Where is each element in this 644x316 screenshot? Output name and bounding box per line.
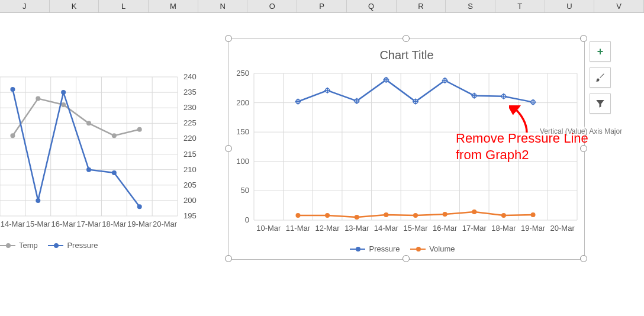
column-header-J[interactable]: J	[0, 0, 50, 13]
svg-point-36	[36, 96, 40, 101]
svg-text:17-Mar: 17-Mar	[76, 220, 101, 228]
legend-label-pressure2: Pressure	[369, 244, 400, 253]
column-header-V[interactable]: V	[594, 0, 644, 13]
svg-text:100: 100	[236, 157, 249, 166]
selection-handle-n[interactable]	[402, 35, 410, 42]
svg-text:16-Mar: 16-Mar	[433, 224, 458, 233]
svg-point-37	[61, 102, 66, 107]
svg-text:20-Mar: 20-Mar	[153, 220, 178, 228]
annotation-line1: Remove Pressure Line	[456, 130, 588, 147]
svg-text:12-Mar: 12-Mar	[315, 224, 340, 233]
svg-text:240: 240	[183, 72, 197, 81]
svg-text:16-Mar: 16-Mar	[51, 220, 76, 228]
column-header-K[interactable]: K	[50, 0, 99, 13]
selection-handle-e[interactable]	[580, 145, 587, 152]
svg-text:14-Mar: 14-Mar	[374, 224, 399, 233]
column-header-R[interactable]: R	[397, 0, 446, 13]
selection-handle-s[interactable]	[402, 255, 410, 262]
svg-point-35	[10, 133, 15, 138]
svg-text:220: 220	[183, 134, 197, 143]
selection-handle-sw[interactable]	[225, 255, 232, 262]
svg-text:18-Mar: 18-Mar	[491, 224, 516, 233]
selection-handle-nw[interactable]	[225, 35, 232, 42]
legend-item-temp: Temp	[0, 241, 38, 250]
legend-label-volume: Volume	[429, 244, 455, 253]
svg-text:14-Mar: 14-Mar	[1, 220, 25, 228]
chart-styles-button[interactable]	[590, 67, 611, 88]
annotation-text: Remove Pressure Line from Graph2	[456, 130, 588, 163]
svg-text:200: 200	[183, 196, 197, 205]
svg-text:250: 250	[236, 69, 249, 78]
svg-point-43	[61, 90, 66, 95]
chart-elements-button[interactable]: +	[590, 41, 611, 62]
svg-text:210: 210	[183, 165, 197, 174]
svg-text:11-Mar: 11-Mar	[286, 224, 311, 233]
column-header-T[interactable]: T	[495, 0, 545, 13]
svg-text:15-Mar: 15-Mar	[403, 224, 428, 233]
chart2-title[interactable]: Chart Title	[229, 49, 584, 62]
chart-filter-button[interactable]	[590, 93, 611, 114]
svg-text:195: 195	[183, 211, 197, 220]
column-header-L[interactable]: L	[99, 0, 149, 13]
svg-text:150: 150	[236, 127, 249, 136]
legend-item-volume: Volume	[410, 244, 455, 253]
column-header-U[interactable]: U	[545, 0, 595, 13]
funnel-icon	[595, 98, 606, 109]
svg-text:10-Mar: 10-Mar	[256, 224, 281, 233]
plus-icon: +	[597, 46, 604, 58]
legend-label-pressure: Pressure	[67, 241, 98, 250]
chart2-legend: Pressure Volume	[229, 244, 584, 253]
legend-label-temp: Temp	[19, 241, 38, 250]
svg-text:200: 200	[236, 98, 249, 107]
svg-point-45	[112, 170, 117, 175]
svg-text:19-Mar: 19-Mar	[127, 220, 152, 228]
selection-handle-w[interactable]	[225, 145, 232, 152]
svg-text:15-Mar: 15-Mar	[26, 220, 51, 228]
svg-point-46	[137, 204, 142, 209]
svg-text:18-Mar: 18-Mar	[102, 220, 127, 228]
svg-text:19-Mar: 19-Mar	[521, 224, 546, 233]
svg-text:17-Mar: 17-Mar	[462, 224, 487, 233]
svg-point-44	[86, 167, 91, 172]
column-header-N[interactable]: N	[198, 0, 248, 13]
svg-text:0: 0	[245, 215, 249, 224]
column-header-Q[interactable]: Q	[347, 0, 397, 13]
column-header-S[interactable]: S	[446, 0, 495, 13]
selection-handle-ne[interactable]	[580, 35, 587, 42]
column-header-O[interactable]: O	[247, 0, 297, 13]
svg-point-41	[10, 87, 15, 92]
column-header-P[interactable]: P	[297, 0, 347, 13]
svg-text:215: 215	[183, 150, 197, 159]
svg-text:50: 50	[241, 186, 249, 195]
legend-item-pressure2: Pressure	[350, 244, 400, 253]
svg-text:235: 235	[183, 88, 197, 96]
svg-point-40	[137, 127, 142, 132]
svg-text:230: 230	[183, 103, 197, 112]
svg-text:225: 225	[183, 118, 197, 127]
brush-icon	[595, 72, 606, 83]
chart1-canvas: 19520020521021522022523023524014-Mar15-M…	[0, 41, 216, 254]
selection-handle-se[interactable]	[580, 255, 587, 262]
chart-side-tools: +	[590, 41, 611, 114]
svg-point-42	[36, 198, 40, 203]
svg-text:13-Mar: 13-Mar	[344, 224, 369, 233]
chart-graph1[interactable]: 19520020521021522022523023524014-Mar15-M…	[0, 41, 216, 254]
column-header-row: JKLMNOPQRSTUV	[0, 0, 644, 13]
legend-item-pressure: Pressure	[48, 241, 98, 250]
column-header-M[interactable]: M	[149, 0, 198, 13]
chart1-legend: Temp Pressure	[0, 240, 216, 254]
annotation-line2: from Graph2	[456, 147, 588, 163]
svg-point-38	[86, 121, 91, 125]
svg-text:205: 205	[183, 180, 197, 189]
svg-text:20-Mar: 20-Mar	[550, 224, 575, 233]
svg-point-39	[112, 133, 117, 138]
